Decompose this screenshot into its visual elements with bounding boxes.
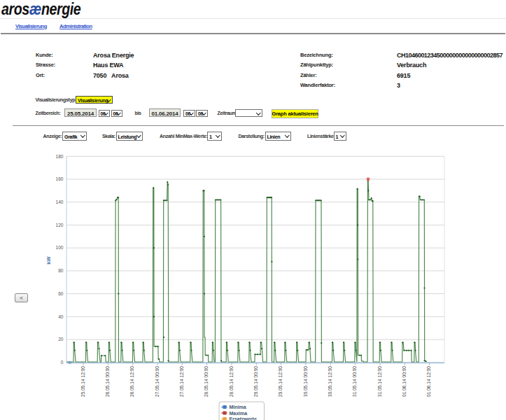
svg-text:0: 0 [61, 360, 64, 365]
svg-text:28.05.14 12:00: 28.05.14 12:00 [229, 366, 234, 397]
svg-text:28.05.14 00:00: 28.05.14 00:00 [204, 366, 209, 397]
svg-text:01.06.14 12:00: 01.06.14 12:00 [426, 366, 431, 397]
svg-text:kW: kW [45, 255, 52, 264]
svg-text:120: 120 [55, 223, 63, 227]
svg-text:60: 60 [58, 291, 64, 296]
svg-text:Minima: Minima [230, 405, 246, 410]
svg-text:29.05.14 00:00: 29.05.14 00:00 [253, 366, 258, 397]
svg-text:29.05.14 12:00: 29.05.14 12:00 [278, 366, 283, 397]
svg-text:20: 20 [58, 337, 64, 342]
svg-text:27.05.14 00:00: 27.05.14 00:00 [155, 366, 160, 397]
svg-text:100: 100 [55, 245, 63, 250]
svg-text:31.05.14 00:00: 31.05.14 00:00 [352, 366, 357, 397]
svg-text:30.05.14 00:00: 30.05.14 00:00 [303, 366, 308, 397]
svg-text:31.05.14 12:00: 31.05.14 12:00 [377, 366, 382, 397]
svg-text:26.05.14 12:00: 26.05.14 12:00 [129, 366, 134, 397]
svg-text:Ersatzwerte: Ersatzwerte [230, 416, 257, 420]
svg-text:25.05.14 12:00: 25.05.14 12:00 [80, 366, 85, 397]
svg-text:180: 180 [55, 154, 63, 159]
svg-text:80: 80 [58, 268, 64, 273]
svg-text:140: 140 [55, 200, 63, 204]
svg-text:40: 40 [58, 314, 64, 319]
svg-text:01.06.14 00:00: 01.06.14 00:00 [402, 366, 407, 397]
svg-text:27.05.14 12:00: 27.05.14 12:00 [179, 366, 184, 397]
svg-text:30.05.14 12:00: 30.05.14 12:00 [328, 366, 332, 397]
svg-text:Maxima: Maxima [230, 411, 248, 416]
svg-text:26.05.14 00:00: 26.05.14 00:00 [105, 366, 110, 397]
svg-text:160: 160 [55, 176, 63, 181]
